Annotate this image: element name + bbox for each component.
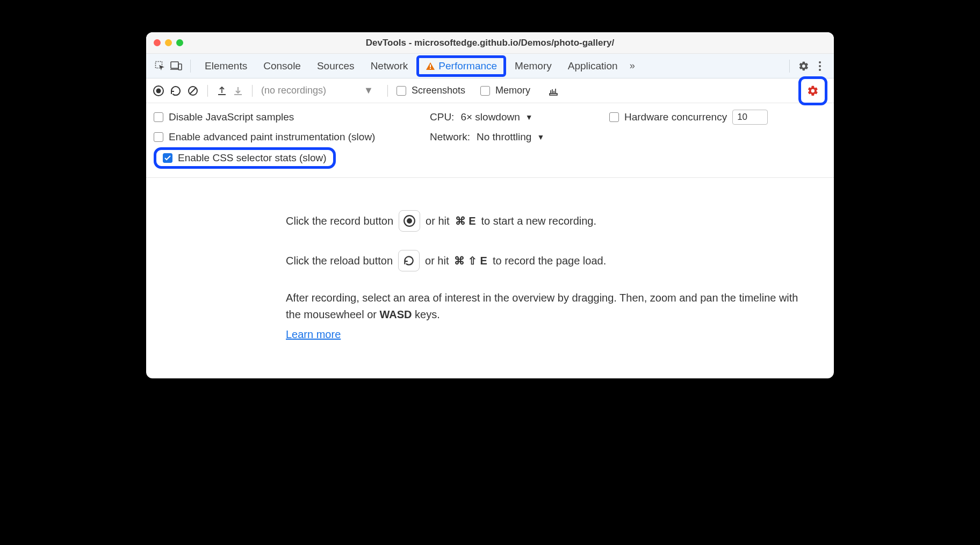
svg-point-8 [819,69,821,71]
svg-point-19 [407,218,412,224]
help-text: to record the page load. [493,255,606,267]
disable-js-samples-checkbox[interactable] [154,112,163,122]
enable-css-stats-checkbox[interactable] [163,153,172,163]
enable-css-stats-label: Enable CSS selector stats (slow) [178,152,327,164]
screenshots-label: Screenshots [412,85,465,96]
svg-rect-5 [430,68,431,69]
capture-settings-panel: Disable JavaScript samples CPU: 6× slowd… [146,103,834,178]
network-label: Network: [430,131,470,143]
tab-application[interactable]: Application [560,57,625,75]
device-toggle-icon[interactable] [169,59,184,74]
memory-label: Memory [495,85,530,96]
help-line-reload: Click the reload button or hit ⌘ ⇧ E to … [286,250,812,271]
capture-settings-button[interactable] [802,80,824,102]
dropdown-caret-icon[interactable]: ▼ [364,85,373,96]
help-text: Click the record button [286,215,393,227]
tab-elements[interactable]: Elements [197,57,255,75]
learn-more-link[interactable]: Learn more [286,328,341,340]
wasd-text: WASD [380,309,412,320]
memory-checkbox[interactable] [480,86,490,96]
warning-icon [426,62,435,70]
record-button[interactable] [153,85,164,97]
kbd-shortcut: ⌘ E [455,214,476,227]
svg-point-6 [819,61,821,63]
tab-memory[interactable]: Memory [507,57,559,75]
reload-button[interactable] [170,85,182,97]
collect-garbage-icon[interactable] [547,85,559,97]
help-text: After recording, select an area of inter… [286,292,798,320]
close-icon[interactable] [154,39,161,46]
record-button-demo[interactable] [399,210,420,232]
tab-performance-label: Performance [438,60,497,72]
traffic-lights [154,39,183,46]
network-throttle-value: No throttling [477,131,531,143]
hw-concurrency-input[interactable] [732,110,768,125]
enable-css-stats-highlight: Enable CSS selector stats (slow) [154,147,336,169]
cpu-throttle-value: 6× slowdown [460,111,520,123]
zoom-icon[interactable] [176,39,183,46]
svg-rect-1 [171,62,178,68]
help-text: to start a new recording. [481,215,596,227]
help-text: or hit [426,215,449,227]
cpu-label: CPU: [430,111,454,123]
tab-sources[interactable]: Sources [309,57,362,75]
help-text: keys. [412,309,440,320]
divider [789,60,790,73]
tab-performance[interactable]: Performance [416,55,506,77]
kbd-shortcut: ⌘ ⇧ E [454,254,487,267]
help-line-record: Click the record button or hit ⌘ E to st… [286,210,812,232]
enable-paint-instr-checkbox[interactable] [154,132,163,142]
window-title: DevTools - microsoftedge.github.io/Demos… [146,38,834,48]
capture-settings-highlight [798,76,827,105]
svg-point-10 [156,88,161,93]
screenshots-checkbox[interactable] [397,86,406,96]
recordings-dropdown[interactable]: (no recordings) [261,85,358,96]
performance-empty-state: Click the record button or hit ⌘ E to st… [146,178,834,378]
clear-button[interactable] [187,85,199,97]
more-tabs-button[interactable]: » [626,60,638,71]
reload-button-demo[interactable] [398,250,420,271]
disable-js-samples-label: Disable JavaScript samples [169,111,294,123]
enable-paint-instr-label: Enable advanced paint instrumentation (s… [169,131,375,143]
kebab-menu-icon[interactable] [812,59,827,74]
hw-concurrency-label: Hardware concurrency [624,111,727,123]
download-button[interactable] [233,85,243,96]
divider [190,60,191,73]
network-throttle-select[interactable]: No throttling ▼ [477,131,544,143]
titlebar: DevTools - microsoftedge.github.io/Demos… [146,32,834,54]
tab-bar: Elements Console Sources Network Perform… [146,54,834,78]
tab-network[interactable]: Network [363,57,416,75]
svg-rect-13 [550,94,557,95]
upload-button[interactable] [217,85,227,96]
tab-console[interactable]: Console [256,57,308,75]
hw-concurrency-checkbox[interactable] [609,112,619,122]
svg-point-7 [819,65,821,67]
cpu-throttle-select[interactable]: 6× slowdown ▼ [460,111,532,123]
help-line-after: After recording, select an area of inter… [286,290,812,323]
inspect-icon[interactable] [153,59,168,74]
help-text: or hit [425,255,449,267]
svg-line-12 [190,88,196,94]
caret-down-icon: ▼ [537,133,544,141]
minimize-icon[interactable] [165,39,172,46]
svg-rect-4 [430,64,431,67]
devtools-window: DevTools - microsoftedge.github.io/Demos… [146,32,834,378]
help-text: Click the reload button [286,255,393,267]
settings-icon[interactable] [796,59,811,74]
caret-down-icon: ▼ [525,113,533,121]
performance-toolbar: (no recordings) ▼ Screenshots Memory [146,78,834,103]
